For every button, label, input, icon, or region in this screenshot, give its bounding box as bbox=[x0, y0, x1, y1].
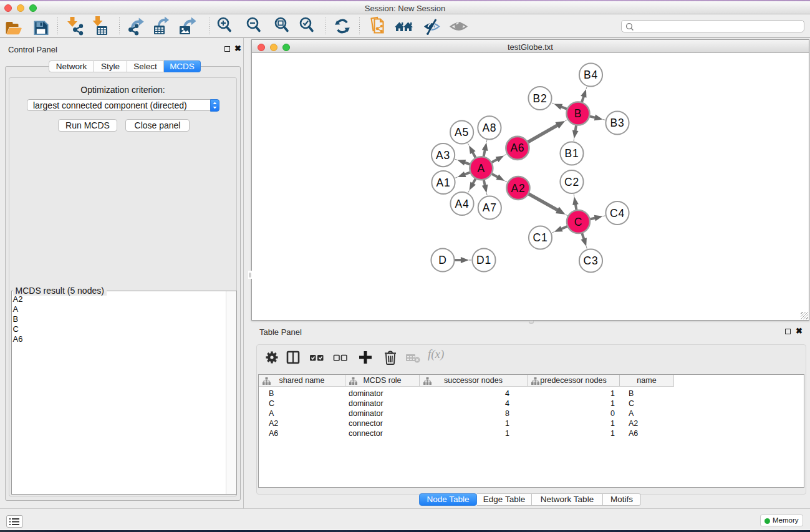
svg-text:C: C bbox=[574, 216, 582, 228]
svg-text:A2: A2 bbox=[511, 182, 525, 195]
svg-text:A5: A5 bbox=[455, 126, 469, 138]
svg-text:C2: C2 bbox=[564, 176, 579, 188]
svg-text:A: A bbox=[478, 162, 485, 175]
svg-text:D: D bbox=[438, 254, 446, 266]
svg-text:C1: C1 bbox=[533, 231, 548, 244]
svg-text:B1: B1 bbox=[564, 147, 579, 160]
svg-text:A4: A4 bbox=[455, 198, 469, 210]
svg-text:C3: C3 bbox=[584, 254, 599, 267]
svg-text:B3: B3 bbox=[610, 117, 624, 129]
svg-text:C4: C4 bbox=[610, 207, 625, 220]
svg-text:A3: A3 bbox=[436, 149, 450, 162]
svg-text:B: B bbox=[574, 107, 582, 120]
svg-text:A7: A7 bbox=[483, 201, 497, 214]
svg-text:D1: D1 bbox=[476, 254, 491, 266]
svg-text:B2: B2 bbox=[533, 92, 547, 105]
svg-text:A1: A1 bbox=[436, 177, 450, 189]
svg-text:A8: A8 bbox=[482, 122, 496, 134]
svg-text:A6: A6 bbox=[510, 142, 524, 154]
svg-text:B4: B4 bbox=[584, 69, 598, 81]
